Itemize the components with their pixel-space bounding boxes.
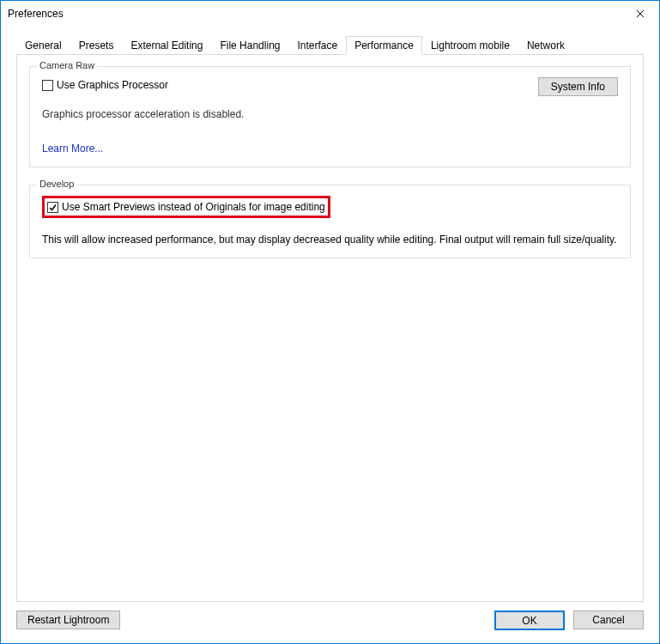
check-icon xyxy=(48,203,58,212)
titlebar: Preferences xyxy=(1,1,659,27)
ok-button[interactable]: OK xyxy=(494,611,565,630)
close-button[interactable] xyxy=(621,1,659,27)
content-area: General Presets External Editing File Ha… xyxy=(1,27,659,643)
develop-group: Develop Use Smart Previews instead of Or… xyxy=(29,185,631,258)
smart-previews-label: Use Smart Previews instead of Originals … xyxy=(62,201,325,213)
tab-file-handling[interactable]: File Handling xyxy=(211,36,288,54)
tabstrip: General Presets External Editing File Ha… xyxy=(16,36,644,55)
tab-external-editing[interactable]: External Editing xyxy=(122,36,211,54)
learn-more-link[interactable]: Learn More... xyxy=(42,143,103,155)
camera-raw-group: Camera Raw Use Graphics Processor System… xyxy=(29,66,631,167)
preferences-window: Preferences General Presets External Edi… xyxy=(0,0,660,644)
tab-interface[interactable]: Interface xyxy=(288,36,346,54)
tab-performance[interactable]: Performance xyxy=(346,36,422,55)
restart-lightroom-button[interactable]: Restart Lightroom xyxy=(16,611,120,629)
tab-lightroom-mobile[interactable]: Lightroom mobile xyxy=(422,36,518,54)
window-title: Preferences xyxy=(8,8,64,20)
smart-previews-checkbox[interactable] xyxy=(47,202,58,213)
gpu-status-text: Graphics processor acceleration is disab… xyxy=(42,108,618,120)
cancel-button[interactable]: Cancel xyxy=(573,611,644,629)
smart-previews-description: This will allow increased performance, b… xyxy=(42,234,618,246)
system-info-button[interactable]: System Info xyxy=(538,77,618,96)
use-gpu-row[interactable]: Use Graphics Processor xyxy=(42,79,168,91)
tab-presets[interactable]: Presets xyxy=(70,36,123,54)
tab-network[interactable]: Network xyxy=(518,36,573,54)
develop-legend: Develop xyxy=(37,179,76,189)
use-gpu-label: Use Graphics Processor xyxy=(57,79,168,91)
smart-previews-highlight: Use Smart Previews instead of Originals … xyxy=(42,196,330,218)
tab-general[interactable]: General xyxy=(16,36,70,54)
close-icon xyxy=(636,9,645,18)
tab-panel-performance: Camera Raw Use Graphics Processor System… xyxy=(16,54,644,602)
button-bar: Restart Lightroom OK Cancel xyxy=(1,602,659,643)
camera-raw-legend: Camera Raw xyxy=(37,60,97,70)
use-gpu-checkbox[interactable] xyxy=(42,80,53,91)
